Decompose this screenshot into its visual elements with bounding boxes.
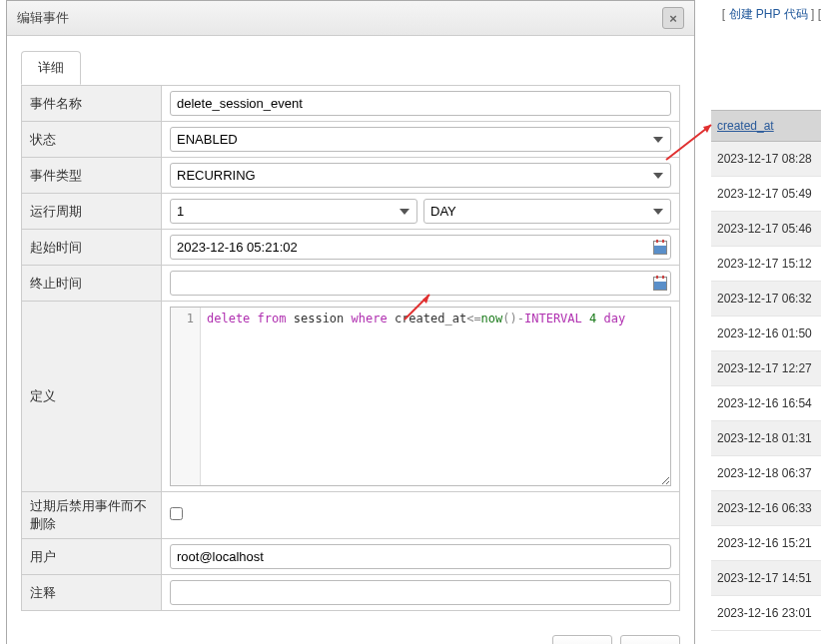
dialog-header: 编辑事件 × (7, 1, 694, 36)
tabs: 详细 (21, 51, 680, 86)
svg-marker-3 (703, 125, 711, 133)
table-row[interactable]: 2023-12-16 06:33 (711, 491, 821, 526)
end-time-input[interactable] (170, 271, 671, 296)
table-row[interactable]: 2023-12-17 12:27 (711, 351, 821, 386)
table-row[interactable]: 2023-12-17 05:49 (711, 177, 821, 212)
close-button[interactable]: 关闭 (620, 635, 680, 644)
tab-detail[interactable]: 详细 (21, 51, 81, 85)
close-icon: × (669, 11, 677, 26)
event-type-select[interactable]: RECURRING (170, 163, 671, 188)
label-definition: 定义 (22, 302, 162, 492)
table-row[interactable]: 2023-12-17 15:12 (711, 247, 821, 282)
table-row[interactable]: 2023-12-16 23:01 (711, 596, 821, 631)
create-php-link[interactable]: 创建 PHP 代码 (729, 7, 808, 21)
preserve-checkbox[interactable] (170, 507, 183, 520)
editor-gutter: 1 (171, 308, 201, 485)
period-unit-select[interactable]: DAY (423, 199, 671, 224)
dialog-body: 详细 事件名称 状态 ENABLED 事件类 (7, 36, 694, 625)
calendar-icon[interactable] (653, 241, 667, 255)
label-period: 运行周期 (22, 194, 162, 230)
table-row[interactable]: 2023-12-16 15:21 (711, 526, 821, 561)
background-table: created_at 2023-12-17 08:282023-12-17 05… (711, 110, 821, 631)
status-select[interactable]: ENABLED (170, 127, 671, 152)
table-row[interactable]: 2023-12-16 16:54 (711, 386, 821, 421)
calendar-icon[interactable] (653, 277, 667, 291)
event-name-input[interactable] (170, 91, 671, 116)
table-row[interactable]: 2023-12-18 06:37 (711, 456, 821, 491)
label-status: 状态 (22, 122, 162, 158)
execute-button[interactable]: 执行 (552, 635, 612, 644)
table-row[interactable]: 2023-12-17 08:28 (711, 142, 821, 177)
edit-event-dialog: 编辑事件 × 详细 事件名称 状态 ENABLED (6, 0, 695, 644)
start-time-input[interactable] (170, 235, 671, 260)
label-end-time: 终止时间 (22, 266, 162, 302)
user-input[interactable] (170, 544, 671, 569)
dialog-footer: 执行 关闭 (7, 625, 694, 644)
sql-editor[interactable]: 1 delete from session where created_at<=… (170, 307, 671, 486)
table-row[interactable]: 2023-12-18 01:31 (711, 421, 821, 456)
column-header-created-at[interactable]: created_at (711, 110, 821, 142)
event-form: 事件名称 状态 ENABLED 事件类型 (21, 85, 680, 611)
label-preserve: 过期后禁用事件而不删除 (22, 492, 162, 539)
label-comment: 注释 (22, 575, 162, 611)
comment-input[interactable] (170, 580, 671, 605)
label-start-time: 起始时间 (22, 230, 162, 266)
period-value-select[interactable]: 1 (170, 199, 417, 224)
label-event-name: 事件名称 (22, 86, 162, 122)
background-links: [ 创建 PHP 代码 ] [ (722, 6, 821, 23)
dialog-close-button[interactable]: × (662, 7, 684, 29)
label-user: 用户 (22, 539, 162, 575)
label-event-type: 事件类型 (22, 158, 162, 194)
dialog-title: 编辑事件 (17, 9, 69, 27)
table-row[interactable]: 2023-12-17 06:32 (711, 282, 821, 317)
table-row[interactable]: 2023-12-17 05:46 (711, 212, 821, 247)
editor-code[interactable]: delete from session where created_at<=no… (201, 308, 670, 485)
table-row[interactable]: 2023-12-17 14:51 (711, 561, 821, 596)
table-row[interactable]: 2023-12-16 01:50 (711, 317, 821, 351)
